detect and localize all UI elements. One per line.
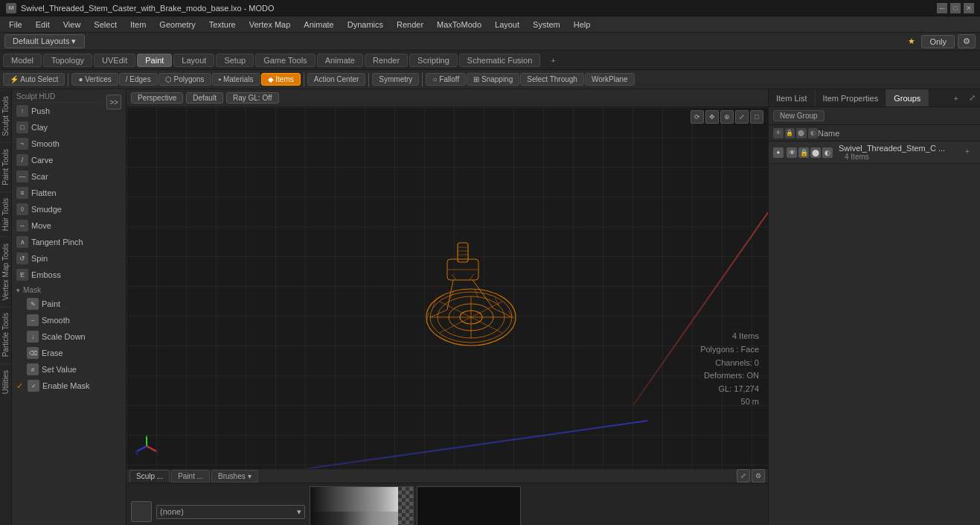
icon-column-headers: 👁 🔒 ⬤ ◐ — [773, 128, 818, 139]
only-button[interactable]: Only — [921, 35, 955, 48]
mask-tool-erase[interactable]: ⌫Erase — [13, 345, 100, 361]
expand-sidebar-button[interactable]: >> — [106, 95, 121, 109]
menu-item-select[interactable]: Select — [88, 19, 123, 31]
snapping-button[interactable]: ⊞ Snapping — [467, 73, 519, 86]
sculpt-tool-flatten[interactable]: ≡Flatten — [13, 185, 100, 201]
menu-item-render[interactable]: Render — [391, 19, 429, 31]
materials-button[interactable]: ▪ Materials — [212, 73, 260, 86]
menu-item-item[interactable]: Item — [124, 19, 152, 31]
paint-tab[interactable]: Paint ... — [171, 470, 210, 483]
menu-item-help[interactable]: Help — [568, 19, 597, 31]
menu-item-view[interactable]: View — [57, 19, 87, 31]
orbit-icon[interactable]: ⟳ — [691, 110, 704, 124]
sculpt-tool-spin[interactable]: ↺Spin — [13, 250, 100, 267]
items-button[interactable]: ◆ Items — [261, 73, 301, 86]
vertices-button[interactable]: ● Vertices — [71, 73, 118, 86]
add-mode-tab-button[interactable]: + — [545, 54, 561, 66]
mask-tool-paint[interactable]: ✎Paint — [13, 296, 100, 312]
polygons-button[interactable]: ⬡ Polygons — [158, 73, 211, 86]
sculpt-tool-tangent-pinch[interactable]: ∧Tangent Pinch — [13, 234, 100, 250]
maximize-viewport-icon[interactable]: □ — [750, 110, 763, 124]
mode-tab-model[interactable]: Model — [3, 54, 42, 67]
workplane-button[interactable]: WorkPlane — [585, 73, 635, 86]
mode-tab-game-tools[interactable]: Game Tools — [255, 54, 316, 67]
gradient-texture-preview[interactable] — [310, 486, 414, 525]
none-select[interactable]: (none) ▾ — [156, 505, 305, 519]
menu-item-system[interactable]: System — [527, 19, 566, 31]
add-panel-button[interactable]: + — [948, 92, 964, 104]
settings-bottom-icon[interactable]: ⚙ — [752, 469, 765, 483]
add-item-button[interactable]: + — [965, 147, 976, 158]
sculpt-tool-emboss[interactable]: EEmboss — [13, 267, 100, 283]
vtab-sculpt-tools[interactable]: Sculpt Tools — [0, 89, 11, 142]
menu-item-animate[interactable]: Animate — [298, 19, 339, 31]
sculpt-tool-move[interactable]: ↔Move — [13, 217, 100, 234]
mode-tab-setup[interactable]: Setup — [216, 54, 254, 67]
menu-item-edit[interactable]: Edit — [30, 19, 56, 31]
render-toggle[interactable]: ⬤ — [810, 147, 821, 158]
tab-item-properties[interactable]: Item Properties — [816, 89, 887, 106]
expand-panel-button[interactable]: ⤢ — [964, 92, 980, 104]
expand-bottom-icon[interactable]: ⤢ — [737, 469, 750, 483]
sculpt-tool-clay[interactable]: □Clay — [13, 119, 100, 136]
settings-button[interactable]: ⚙ — [958, 34, 976, 48]
menu-item-file[interactable]: File — [3, 19, 28, 31]
brushes-tab[interactable]: Brushes ▾ — [211, 470, 257, 483]
mask-tool-enable-mask[interactable]: ✓✓Enable Mask — [13, 378, 100, 394]
mask-tool-set-value[interactable]: #Set Value — [13, 361, 100, 378]
vtab-paint-tools[interactable]: Paint Tools — [0, 142, 11, 191]
sculpt-tool-carve[interactable]: /Carve — [13, 152, 100, 168]
sculpt-tool-smudge[interactable]: ◊Smudge — [13, 201, 100, 217]
mode-tab-uvedit[interactable]: UVEdit — [94, 54, 135, 67]
vtab-utilities[interactable]: Utilities — [0, 363, 11, 400]
vtab-particle-tools[interactable]: Particle Tools — [0, 306, 11, 363]
sculpt-tool-scar[interactable]: —Scar — [13, 168, 100, 185]
mode-tab-paint[interactable]: Paint — [137, 54, 172, 67]
default-render-button[interactable]: Default — [186, 92, 223, 104]
menu-item-dynamics[interactable]: Dynamics — [342, 19, 389, 31]
sculpt-tab[interactable]: Sculp ... — [129, 470, 170, 483]
mask-tool-smooth[interactable]: ~Smooth — [13, 312, 100, 328]
menu-item-layout[interactable]: Layout — [489, 19, 525, 31]
vtab-vertex-map-tools[interactable]: Vertex Map Tools — [0, 237, 11, 307]
action-center-button[interactable]: Action Center — [307, 73, 366, 86]
sculpt-tool-push[interactable]: ↑Push — [13, 103, 100, 119]
mode-tab-animate[interactable]: Animate — [317, 54, 363, 67]
maximize-button[interactable]: □ — [950, 3, 961, 13]
menu-item-texture[interactable]: Texture — [203, 19, 242, 31]
shade-toggle[interactable]: ◐ — [822, 147, 833, 158]
visibility-toggle[interactable]: 👁 — [787, 147, 797, 158]
new-group-button[interactable]: New Group — [773, 110, 824, 121]
falloff-button[interactable]: ○ Falloff — [426, 73, 466, 86]
minimize-button[interactable]: ─ — [937, 3, 947, 13]
symmetry-button[interactable]: Symmetry — [372, 73, 419, 86]
mode-tab-scripting[interactable]: Scripting — [409, 54, 458, 67]
menu-item-vertex map[interactable]: Vertex Map — [243, 19, 297, 31]
black-texture-preview[interactable] — [417, 486, 521, 525]
zoom-icon[interactable]: ⊕ — [720, 110, 734, 124]
perspective-button[interactable]: Perspective — [131, 92, 183, 104]
mask-tool-scale-down[interactable]: ↓Scale Down — [13, 328, 100, 345]
menu-item-maxtomodo[interactable]: MaxToModo — [431, 19, 487, 31]
mode-tab-layout[interactable]: Layout — [173, 54, 214, 67]
default-layouts-button[interactable]: Default Layouts ▾ — [4, 34, 85, 48]
tab-item-list[interactable]: Item List — [769, 89, 816, 106]
auto-select-button[interactable]: ⚡ Auto Select — [3, 73, 65, 86]
color-swatch[interactable] — [131, 501, 152, 522]
vtab-hair-tools[interactable]: Hair Tools — [0, 191, 11, 237]
fit-icon[interactable]: ⤢ — [735, 110, 749, 124]
close-button[interactable]: ✕ — [964, 3, 974, 13]
mode-tab-topology[interactable]: Topology — [43, 54, 92, 67]
lock-toggle[interactable]: 🔒 — [798, 147, 809, 158]
pan-icon[interactable]: ✥ — [705, 110, 719, 124]
mode-tab-schematic-fusion[interactable]: Schematic Fusion — [459, 54, 540, 67]
sculpt-tool-smooth[interactable]: ~Smooth — [13, 136, 100, 152]
viewport-canvas[interactable]: 4 Items Polygons : Face Channels: 0 Defo… — [126, 107, 768, 468]
select-through-button[interactable]: Select Through — [520, 73, 584, 86]
menu-item-geometry[interactable]: Geometry — [153, 19, 201, 31]
ray-gl-button[interactable]: Ray GL: Off — [226, 92, 279, 104]
edges-button[interactable]: / Edges — [119, 73, 158, 86]
mode-tab-render[interactable]: Render — [365, 54, 408, 67]
tool-label: Push — [31, 106, 50, 115]
tab-groups[interactable]: Groups — [886, 89, 929, 106]
